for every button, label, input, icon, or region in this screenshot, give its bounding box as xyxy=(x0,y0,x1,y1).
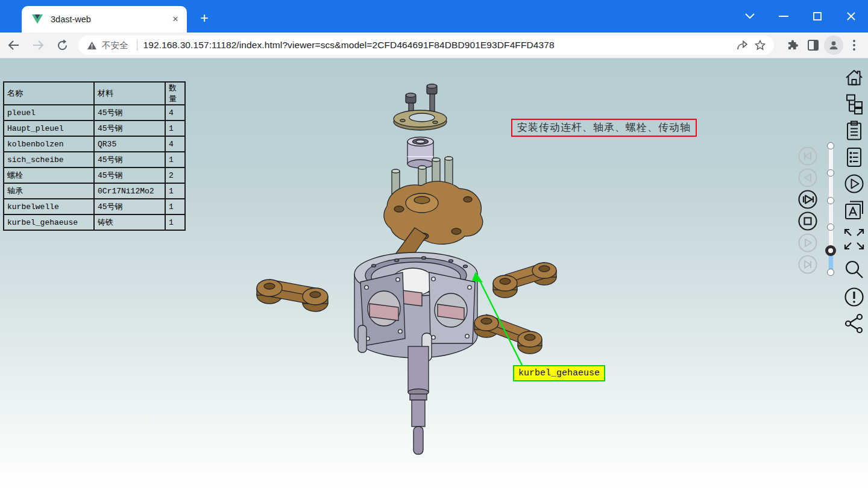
tab-close-icon[interactable]: × xyxy=(170,14,181,25)
bom-header-row: 名称 材料 数量 xyxy=(4,82,185,105)
cell-name: 轴承 xyxy=(4,183,94,199)
table-row: sich_scheibe45号钢1 xyxy=(4,152,185,167)
cell-material: 45号钢 xyxy=(94,120,165,136)
animation-step-slider[interactable] xyxy=(826,143,835,336)
cell-material: 45号钢 xyxy=(94,105,165,120)
window-close-icon[interactable] xyxy=(834,0,868,33)
play-animation-icon[interactable] xyxy=(843,172,866,195)
slider-step-dot[interactable] xyxy=(827,169,834,177)
3d-viewport[interactable]: 名称 材料 数量 pleuel45号钢4 Haupt_pleuel45号钢1 k… xyxy=(0,58,868,488)
cell-qty: 1 xyxy=(165,152,185,167)
cell-qty: 2 xyxy=(165,167,185,183)
cell-qty: 1 xyxy=(165,183,185,199)
cell-name: Haupt_pleuel xyxy=(4,120,94,136)
cell-material: 45号钢 xyxy=(94,152,165,167)
part-bearing xyxy=(407,137,433,169)
skip-to-start-button[interactable] xyxy=(798,146,817,166)
cell-material: 0Cr17Ni12Mo2 xyxy=(94,183,165,199)
part-crankshaft xyxy=(408,346,429,454)
cell-material: QR35 xyxy=(94,136,165,152)
home-icon[interactable] xyxy=(843,66,866,89)
annotation-toggle-icon[interactable] xyxy=(843,199,866,222)
cell-name: kurbel_gehaeuse xyxy=(4,214,94,230)
bom-list-icon[interactable] xyxy=(843,146,866,169)
url-text[interactable]: 192.168.30.157:11182/index.html?viewer=s… xyxy=(143,40,734,51)
cell-qty: 4 xyxy=(165,105,185,120)
slider-step-dot[interactable] xyxy=(827,224,834,231)
table-row: kurbel_gehaeuse铸铁1 xyxy=(4,214,185,230)
part-rod-upper-right xyxy=(493,263,556,298)
extensions-puzzle-icon[interactable] xyxy=(782,35,803,55)
viewer-side-toolbar xyxy=(842,66,866,339)
issue-report-icon[interactable] xyxy=(843,286,866,308)
window-menu-chevron-icon[interactable] xyxy=(733,0,767,33)
table-row: pleuel45号钢4 xyxy=(4,105,185,120)
security-label: 不安全 xyxy=(102,40,128,51)
slider-thumb[interactable] xyxy=(825,245,836,256)
omnibox-divider xyxy=(137,40,137,51)
table-row: kolbenbolzenQR354 xyxy=(4,136,185,152)
bom-table: 名称 材料 数量 pleuel45号钢4 Haupt_pleuel45号钢1 k… xyxy=(3,81,186,231)
play-button[interactable] xyxy=(798,233,817,252)
browser-tab[interactable]: 3dast-web × xyxy=(22,6,187,33)
vue-logo-icon xyxy=(31,14,43,25)
cell-qty: 1 xyxy=(165,199,185,214)
side-panel-icon[interactable] xyxy=(803,35,823,55)
slider-step-dot[interactable] xyxy=(827,142,834,149)
bom-header-name: 名称 xyxy=(4,82,94,105)
toolbar-right-icons xyxy=(782,35,864,55)
cell-qty: 4 xyxy=(165,136,185,152)
part-rod-lower-right xyxy=(474,314,542,354)
part-rod-left xyxy=(257,280,328,311)
skip-to-end-button[interactable] xyxy=(798,255,817,274)
window-controls xyxy=(733,0,868,33)
part-spider-hub xyxy=(384,181,483,244)
slider-step-dot[interactable] xyxy=(827,269,834,276)
table-row: kurbelwelle45号钢1 xyxy=(4,199,185,214)
reload-icon[interactable] xyxy=(52,35,72,55)
new-tab-button[interactable]: + xyxy=(197,11,212,27)
part-label-kurbel-gehaeuse[interactable]: kurbel_gehaeuse xyxy=(513,365,605,381)
cell-qty: 1 xyxy=(165,214,185,230)
zoom-search-icon[interactable] xyxy=(843,259,866,282)
share-model-icon[interactable] xyxy=(843,312,866,335)
part-washer xyxy=(394,110,447,130)
stop-button[interactable] xyxy=(798,211,817,231)
share-page-icon[interactable] xyxy=(733,36,751,54)
assembly-tree-icon[interactable] xyxy=(843,93,866,116)
browser-window: 3dast-web × + xyxy=(0,0,868,488)
cell-name: kolbenbolzen xyxy=(4,136,94,152)
part-housing xyxy=(354,252,477,361)
browser-menu-kebab-icon[interactable] xyxy=(844,35,864,55)
animation-playback-controls xyxy=(798,146,819,277)
cell-name: 螺栓 xyxy=(4,167,94,183)
browser-titlebar: 3dast-web × + xyxy=(0,0,868,33)
forward-icon[interactable] xyxy=(28,35,48,55)
cell-name: pleuel xyxy=(4,105,94,120)
cell-name: kurbelwelle xyxy=(4,199,94,214)
not-secure-warning-icon xyxy=(87,41,97,50)
cell-material: 铸铁 xyxy=(94,214,165,230)
step-back-button[interactable] xyxy=(798,168,817,187)
fit-view-icon[interactable] xyxy=(843,225,866,255)
back-icon[interactable] xyxy=(4,35,24,55)
slider-step-dot[interactable] xyxy=(827,197,834,204)
cell-material: 45号钢 xyxy=(94,199,165,214)
cell-qty: 1 xyxy=(165,120,185,136)
tab-title: 3dast-web xyxy=(51,14,170,24)
step-annotation: 安装传动连杆、轴承、螺栓、传动轴 xyxy=(511,119,697,137)
address-bar[interactable]: 不安全 192.168.30.157:11182/index.html?view… xyxy=(78,36,774,55)
bookmark-star-icon[interactable] xyxy=(751,36,769,54)
table-row: 螺栓45号钢2 xyxy=(4,167,185,183)
avatar-person-icon xyxy=(824,36,843,55)
bom-header-qty: 数量 xyxy=(165,82,185,105)
profile-avatar[interactable] xyxy=(823,35,844,55)
play-step-button[interactable] xyxy=(798,190,817,209)
cell-name: sich_scheibe xyxy=(4,152,94,167)
table-row: Haupt_pleuel45号钢1 xyxy=(4,120,185,136)
table-row: 轴承0Cr17Ni12Mo21 xyxy=(4,183,185,199)
cell-material: 45号钢 xyxy=(94,167,165,183)
process-clipboard-icon[interactable] xyxy=(843,119,866,142)
window-maximize-icon[interactable] xyxy=(800,0,834,33)
window-minimize-icon[interactable] xyxy=(767,0,800,33)
